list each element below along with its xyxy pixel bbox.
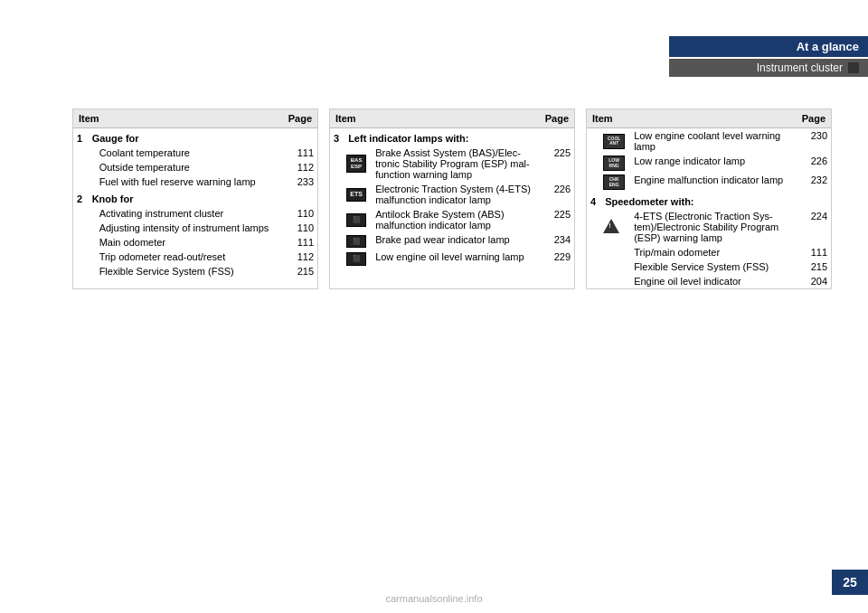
table1-page-outside-temp: 112 [281, 160, 317, 174]
table1-page-header: Page [281, 109, 317, 128]
table3-row-engineoil: Engine oil level indi­cator 204 [587, 274, 831, 288]
table2-icon-oil: ⬛ [343, 250, 370, 267]
table3-label-checkengine: Engine malfunction indicator lamp [628, 173, 795, 192]
t3-empty7 [587, 274, 599, 288]
table2-label-ets: Electronic Traction System (4-ETS) mal­f… [370, 182, 538, 207]
table3-label-trip: Trip/main odome­ter [628, 245, 795, 259]
4ets-triangle-icon: ! [603, 219, 619, 233]
table1-section2-num: 2 [73, 189, 87, 206]
t3-icon-empty3 [599, 274, 628, 288]
table1-section2-row: 2 Knob for [73, 189, 317, 206]
checkengine-icon: CHKENG [603, 174, 625, 190]
table2-page-brake: 234 [538, 232, 574, 250]
table2-label-brake: Brake pad wear in­dicator lamp [370, 232, 538, 250]
t3-empty5 [587, 245, 599, 259]
table3-label-fss: Flexible Service System (FSS) [628, 259, 795, 274]
table1-header-row: Item Page [73, 109, 317, 128]
table3-section4-label: Speedometer with: [599, 192, 831, 209]
table1-page-coolant-temp: 111 [281, 146, 317, 160]
table2-item-header: Item [330, 109, 538, 128]
table1-row-num-empty7 [73, 250, 87, 264]
t3-empty1 [587, 128, 599, 155]
t3-empty4 [587, 209, 599, 245]
table1-label-adjust: Adjusting intensity of instrument lamps [87, 221, 281, 235]
table2-section-row: 3 Left indicator lamps with: [330, 128, 574, 146]
t3-icon-empty1 [599, 245, 628, 259]
brake-icon: ⬛ [346, 235, 366, 248]
table2-row-brake: ⬛ Brake pad wear in­dicator lamp 234 [330, 232, 574, 250]
table2-section-label: Left indicator lamps with: [343, 128, 574, 146]
table2-row-ets: ETS Electronic Traction System (4-ETS) m… [330, 182, 574, 207]
table1-label-odometer: Main odometer [87, 235, 281, 250]
table1-section1-label: Gauge for [87, 128, 317, 146]
table2-row-oil: ⬛ Low engine oil level warning lamp 229 [330, 250, 574, 267]
table2-icon-abs: ⬛ [343, 207, 370, 232]
table2-page-header: Page [538, 109, 574, 128]
main-content: Item Page 1 Gauge for Coolant tempera­tu… [72, 108, 832, 289]
table1-row-num-empty [73, 146, 87, 160]
table3-row-fss: Flexible Service System (FSS) 215 [587, 259, 831, 274]
t3-empty6 [587, 259, 599, 274]
table3-item-header: Item [587, 109, 795, 128]
table1-label-fss: Flexible Service System (FSS) [87, 264, 281, 278]
table1-row-adjust: Adjusting intensity of instrument lamps … [73, 221, 317, 235]
table1-label-outside-temp: Outside tempera­ture [87, 160, 281, 174]
table1-page-activate: 110 [281, 206, 317, 221]
table3-label-coolant: Low engine coolant level warning lamp [628, 128, 795, 155]
table3-page-coolant: 230 [795, 128, 831, 155]
table3-row-lowrange: LOWRNG Low range indicator lamp 226 [587, 154, 831, 173]
table1-row-num-empty2 [73, 160, 87, 174]
table1-label-trip: Trip odometer read-out/reset [87, 250, 281, 264]
table3-row-trip: Trip/main odome­ter 111 [587, 245, 831, 259]
table3-row-coolant: COOLANT Low engine coolant level warning… [587, 128, 831, 155]
table1-page-fuel: 233 [281, 174, 317, 189]
lowrange-icon: LOWRNG [603, 156, 625, 171]
coolant-icon: COOLANT [603, 134, 625, 149]
table1-row-num-empty3 [73, 174, 87, 189]
header-subtitle-text: Instrument cluster [757, 61, 843, 74]
table1-page-trip: 112 [281, 250, 317, 264]
table2-row-bas: BASESP Brake Assist Sys­tem (BAS)/Elec­t… [330, 146, 574, 182]
oil-icon: ⬛ [346, 252, 366, 265]
table3-page-trip: 111 [795, 245, 831, 259]
table3-page-header: Page [795, 109, 831, 128]
table3-icon-checkengine: CHKENG [599, 173, 628, 192]
header-title: At a glance [669, 36, 868, 57]
t2-empty1 [330, 146, 343, 182]
abs-icon: ⬛ [346, 213, 366, 226]
table3-page-lowrange: 226 [795, 154, 831, 173]
table1-item-header: Item [73, 109, 281, 128]
table3-icon-lowrange: LOWRNG [599, 154, 628, 173]
table3-page-4ets: 224 [795, 209, 831, 245]
watermark-text: carmanualsonline.info [385, 593, 482, 604]
table2-label-bas: Brake Assist Sys­tem (BAS)/Elec­tronic S… [370, 146, 538, 182]
table1-page-odometer: 111 [281, 235, 317, 250]
table3-container: Item Page COOLANT Low engine coolant lev… [586, 108, 832, 289]
table3-label-engineoil: Engine oil level indi­cator [628, 274, 795, 288]
table2-header-row: Item Page [330, 109, 574, 128]
table1-section2-label: Knob for [87, 189, 317, 206]
table1-section1-num: 1 [73, 128, 87, 146]
table2-page-oil: 229 [538, 250, 574, 267]
table1-section1-row: 1 Gauge for [73, 128, 317, 146]
table2-num: 3 [330, 128, 343, 146]
table1: Item Page 1 Gauge for Coolant tempera­tu… [73, 109, 317, 278]
table1-row-num-empty4 [73, 206, 87, 221]
table3-page-checkengine: 232 [795, 173, 831, 192]
table2: Item Page 3 Left indicator lamps with: B… [330, 109, 574, 268]
table2-row-abs: ⬛ Antilock Brake Sys­tem (ABS) malfunc­t… [330, 207, 574, 232]
table1-page-fss: 215 [281, 264, 317, 278]
table2-page-ets: 226 [538, 182, 574, 207]
table3-label-4ets: 4-ETS (Electronic Traction Sys­tem)/Elec… [628, 209, 795, 245]
bas-icon: BASESP [346, 155, 366, 173]
table1-row-outside-temp: Outside tempera­ture 112 [73, 160, 317, 174]
table3-row-4ets: ! 4-ETS (Electronic Traction Sys­tem)/El… [587, 209, 831, 245]
t2-empty4 [330, 232, 343, 250]
table3-page-fss: 215 [795, 259, 831, 274]
t3-empty2 [587, 154, 599, 173]
t2-empty5 [330, 250, 343, 267]
table1-row-fss: Flexible Service System (FSS) 215 [73, 264, 317, 278]
table3: Item Page COOLANT Low engine coolant lev… [587, 109, 831, 288]
subtitle-marker [848, 62, 859, 73]
table1-row-num-empty8 [73, 264, 87, 278]
